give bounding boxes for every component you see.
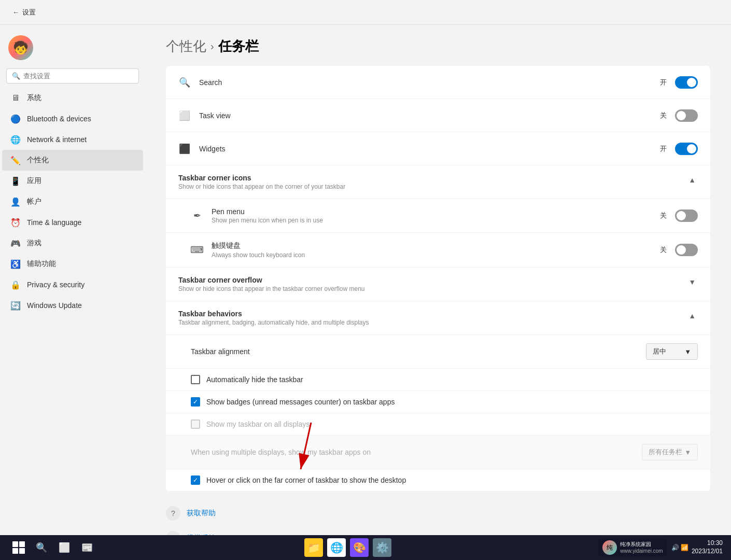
sidebar: 🧒 🔍 🖥 系统 🔵 Bluetooth & devices 🌐 Network… — [0, 25, 145, 535]
sidebar-item-label: 系统 — [27, 93, 41, 103]
show-badges-row: Show badges (unread messages counter) on… — [166, 391, 710, 413]
user-profile: 🧒 — [0, 31, 145, 68]
chevron-down-icon: ▼ — [684, 449, 691, 456]
alignment-value: 居中 — [653, 347, 666, 356]
tray-icons: 🔊 📶 — [671, 544, 688, 551]
corner-icons-collapse-btn[interactable]: ▲ — [686, 174, 698, 186]
touch-keyboard-label: 触摸键盘 — [212, 241, 305, 250]
taskbar-app-color[interactable]: 🎨 — [350, 538, 369, 557]
sidebar-item-personalization[interactable]: ✏️ 个性化 — [2, 150, 143, 171]
keyboard-icon: ⌨ — [191, 244, 203, 256]
behaviors-section-header: Taskbar behaviors Taskbar alignment, bad… — [166, 301, 710, 335]
sidebar-item-network[interactable]: 🌐 Network & internet — [2, 129, 143, 150]
taskbar-center: 📁 🌐 🎨 ⚙️ — [304, 538, 391, 557]
behaviors-desc: Taskbar alignment, badging, automaticall… — [178, 319, 369, 326]
feedback-link[interactable]: ☺ 提供反馈 — [166, 529, 710, 535]
top-bar: ← 设置 — [0, 0, 731, 25]
time-icon: ⏰ — [10, 217, 21, 228]
gaming-icon: 🎮 — [10, 238, 21, 248]
settings-panel: 🔍 Search 开 ⬜ Task view — [166, 66, 710, 492]
search-label: Search — [199, 78, 222, 87]
breadcrumb-parent[interactable]: 个性化 — [166, 37, 206, 55]
privacy-icon: 🔒 — [10, 279, 21, 290]
multi-display-value: 所有任务栏 — [649, 447, 682, 457]
tray-date: 2023/12/01 — [692, 548, 723, 556]
sidebar-item-system[interactable]: 🖥 系统 — [2, 88, 143, 108]
auto-hide-label: Automatically hide the taskbar — [206, 375, 303, 384]
widgets-setting-row: ⬛ Widgets 开 — [166, 132, 710, 165]
taskview-toggle[interactable] — [675, 109, 698, 122]
hover-desktop-checkbox[interactable] — [191, 475, 200, 485]
search-toggle-label: 开 — [660, 78, 667, 87]
multi-display-checkbox — [191, 419, 200, 429]
corner-icons-title: Taskbar corner icons — [178, 174, 345, 182]
system-tray: 🔊 📶 10:30 2023/12/01 — [671, 539, 723, 555]
taskbar-left: 🔍 ⬜ 📰 — [8, 537, 97, 558]
corner-icons-section-header: Taskbar corner icons Show or hide icons … — [166, 165, 710, 199]
show-badges-label: Show badges (unread messages counter) on… — [206, 398, 395, 406]
corner-overflow-desc: Show or hide icons that appear in the ta… — [178, 285, 365, 292]
back-button[interactable]: ← 设置 — [8, 6, 40, 19]
breadcrumb-current: 任务栏 — [218, 37, 259, 55]
behaviors-title: Taskbar behaviors — [178, 310, 369, 318]
search-box[interactable]: 🔍 — [6, 68, 139, 83]
touch-keyboard-toggle[interactable] — [675, 244, 698, 256]
auto-hide-row: Automatically hide the taskbar — [166, 369, 710, 391]
behaviors-collapse-btn[interactable]: ▲ — [686, 310, 698, 322]
taskbar-app-settings[interactable]: ⚙️ — [373, 538, 391, 557]
sidebar-item-label: Windows Update — [27, 301, 82, 310]
touch-keyboard-toggle-label: 关 — [660, 245, 667, 255]
sidebar-item-bluetooth[interactable]: 🔵 Bluetooth & devices — [2, 108, 143, 129]
auto-hide-checkbox[interactable] — [191, 375, 200, 384]
show-badges-checkbox[interactable] — [191, 397, 200, 407]
system-icon: 🖥 — [10, 93, 21, 103]
accessibility-icon: ♿ — [10, 259, 21, 269]
search-icon: 🔍 — [12, 72, 20, 80]
sidebar-item-time[interactable]: ⏰ Time & language — [2, 212, 143, 233]
search-toggle[interactable] — [675, 76, 698, 89]
pen-menu-label: Pen menu — [212, 207, 323, 216]
chevron-down-icon: ▼ — [684, 348, 691, 356]
widgets-toggle-group: 开 — [660, 143, 698, 155]
sidebar-item-label: 辅助功能 — [27, 259, 56, 269]
taskbar-app-explorer[interactable]: 📁 — [304, 538, 323, 557]
sidebar-item-accessibility[interactable]: ♿ 辅助功能 — [2, 254, 143, 274]
taskbar-taskview-btn[interactable]: ⬜ — [54, 537, 75, 558]
sidebar-item-privacy[interactable]: 🔒 Privacy & security — [2, 274, 143, 295]
pen-menu-toggle[interactable] — [675, 209, 698, 222]
sidebar-item-accounts[interactable]: 👤 帐户 — [2, 191, 143, 212]
pen-menu-sublabel: Show pen menu icon when pen is in use — [212, 217, 323, 224]
taskbar-widgets-btn[interactable]: 📰 — [77, 537, 97, 558]
personalization-icon: ✏️ — [10, 155, 21, 165]
widgets-label: Widgets — [199, 145, 226, 153]
watermark-text: 纯净系统家园 www.yidaimei.com — [620, 541, 663, 554]
avatar: 🧒 — [8, 35, 33, 60]
watermark-logo: 纯 — [602, 540, 617, 555]
sidebar-item-update[interactable]: 🔄 Windows Update — [2, 295, 143, 316]
sidebar-item-apps[interactable]: 📱 应用 — [2, 171, 143, 191]
search-setting-icon: 🔍 — [178, 76, 191, 89]
corner-overflow-collapse-btn[interactable]: ▼ — [686, 276, 698, 288]
taskbar-app-chrome[interactable]: 🌐 — [327, 538, 346, 557]
get-help-link[interactable]: ? 获取帮助 — [166, 504, 710, 523]
taskview-icon: ⬜ — [178, 109, 191, 122]
sidebar-item-gaming[interactable]: 🎮 游戏 — [2, 233, 143, 254]
search-input[interactable] — [23, 72, 133, 80]
network-icon: 🌐 — [10, 134, 21, 145]
alignment-dropdown[interactable]: 居中 ▼ — [646, 343, 698, 360]
sidebar-item-label: Network & internet — [27, 135, 87, 144]
sidebar-item-label: 个性化 — [27, 156, 49, 165]
watermark: 纯 纯净系统家园 www.yidaimei.com — [598, 539, 667, 556]
hover-desktop-container: Hover or click on the far corner of task… — [166, 469, 710, 492]
touch-keyboard-toggle-group: 关 — [660, 244, 698, 256]
taskview-toggle-group: 关 — [660, 109, 698, 122]
feedback-icon: ☺ — [166, 531, 180, 535]
multi-display-row: Show my taskbar on all displays — [166, 413, 710, 436]
windows-start-button[interactable] — [8, 537, 29, 558]
widgets-toggle[interactable] — [675, 143, 698, 155]
breadcrumb: 个性化 › 任务栏 — [166, 25, 710, 66]
sidebar-item-label: 游戏 — [27, 239, 41, 248]
taskbar-right: 纯 纯净系统家园 www.yidaimei.com 🔊 📶 10:30 2023… — [598, 539, 723, 556]
taskbar-search-btn[interactable]: 🔍 — [31, 537, 52, 558]
update-icon: 🔄 — [10, 300, 21, 311]
